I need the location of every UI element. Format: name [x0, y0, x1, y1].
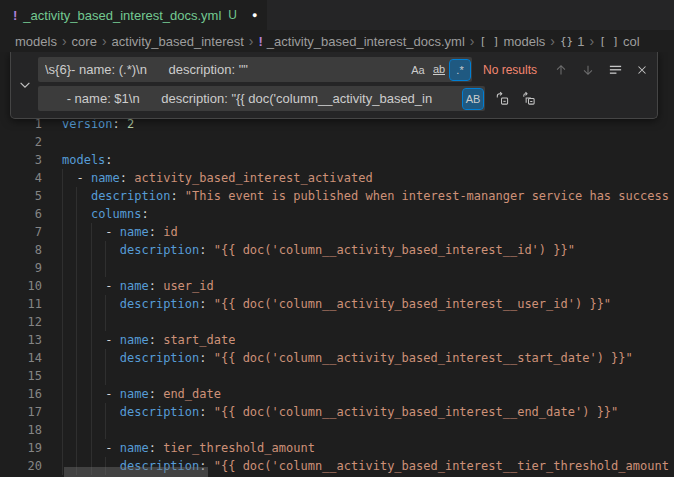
replace-all-button[interactable] [517, 88, 539, 110]
find-in-selection-button[interactable] [604, 59, 626, 81]
modified-dot-icon[interactable]: ● [252, 10, 257, 20]
find-status: No results [483, 63, 545, 77]
breadcrumb-item[interactable]: [ ]col [599, 34, 640, 49]
tab-activity-based-interest-docs[interactable]: ! _activity_based_interest_docs.yml U ● [0, 0, 267, 30]
breadcrumb-item[interactable]: core [72, 34, 97, 49]
code-text [42, 367, 62, 385]
code-text: description: "{{ doc('column__activity_b… [42, 241, 575, 259]
breadcrumb-item[interactable]: models [15, 34, 57, 49]
indent-guide [105, 421, 106, 439]
indent-guide [76, 313, 77, 331]
code-line[interactable]: 7 - name: id [0, 223, 674, 241]
code-text [42, 259, 62, 277]
code-line[interactable]: 19 - name: tier_threshold_amount [0, 439, 674, 457]
indent-guide [105, 313, 106, 331]
close-find-button[interactable] [631, 59, 653, 81]
replace-button[interactable] [490, 88, 512, 110]
token: description [120, 243, 199, 257]
code-text [42, 133, 62, 151]
file-warning-icon: ! [13, 8, 17, 23]
indent-guide [91, 277, 92, 295]
next-match-button[interactable] [577, 59, 599, 81]
code-line[interactable]: 5 description: "This event is published … [0, 187, 674, 205]
token: - [62, 171, 91, 185]
token: description [120, 297, 199, 311]
token: : [113, 117, 127, 131]
horizontal-scrollbar[interactable] [64, 467, 208, 477]
token: description [91, 189, 170, 203]
token: : [199, 405, 213, 419]
find-input[interactable]: \s{6}- name: (.*)\n description: "" Aa a… [38, 57, 472, 82]
code-line[interactable]: 14 description: "{{ doc('column__activit… [0, 349, 674, 367]
code-text: description: "This event is published wh… [42, 187, 669, 205]
breadcrumb-separator-icon: › [62, 34, 67, 48]
indent-guide [62, 223, 63, 241]
code-text: - name: activity_based_interest_activate… [42, 169, 373, 187]
code-line[interactable]: 2 [0, 133, 674, 151]
breadcrumb-item[interactable]: activity_based_interest [112, 34, 244, 49]
breadcrumb-item[interactable]: {}1 [560, 34, 584, 49]
code-line[interactable]: 6 columns: [0, 205, 674, 223]
toggle-replace-button[interactable] [15, 75, 35, 95]
editor[interactable]: 1version: 223models:4 - name: activity_b… [0, 52, 674, 477]
indent-guide [91, 241, 92, 259]
whole-word-button[interactable]: ab [429, 60, 449, 80]
close-icon [635, 63, 649, 77]
code-line[interactable]: 17 description: "{{ doc('column__activit… [0, 403, 674, 421]
code-text: columns: [42, 205, 149, 223]
match-case-button[interactable]: Aa [408, 60, 428, 80]
line-number: 5 [0, 187, 42, 205]
code-line[interactable]: 12 [0, 313, 674, 331]
code-line[interactable]: 13 - name: start_date [0, 331, 674, 349]
token: 2 [127, 117, 134, 131]
breadcrumb-item[interactable]: [ ]models [480, 34, 546, 49]
token: : [199, 351, 213, 365]
replace-input[interactable]: - name: $1\n description: "{{ doc('colum… [38, 86, 485, 111]
indent-guide [76, 421, 77, 439]
token: : [105, 153, 112, 167]
breadcrumb-label: models [503, 34, 545, 49]
code-line[interactable]: 4 - name: activity_based_interest_activa… [0, 169, 674, 187]
breadcrumb-separator-icon: › [102, 34, 107, 48]
indent-guide [62, 295, 63, 313]
token: "{{ doc('column__activity_based_interest… [214, 351, 633, 365]
token: columns [91, 207, 142, 221]
token: description [120, 405, 199, 419]
indent-guide [62, 421, 63, 439]
indent-guide [105, 367, 106, 385]
preserve-case-button[interactable]: AB [463, 89, 483, 109]
code-line[interactable]: 11 description: "{{ doc('column__activit… [0, 295, 674, 313]
tab-title: _activity_based_interest_docs.yml [23, 8, 221, 23]
code-line[interactable]: 3models: [0, 151, 674, 169]
breadcrumb-separator-icon: › [249, 34, 254, 48]
token: "{{ doc('column__activity_based_interest… [214, 459, 669, 473]
arrow-down-icon [581, 63, 595, 77]
line-number: 2 [0, 133, 42, 151]
token: start_date [163, 333, 235, 347]
line-number: 3 [0, 151, 42, 169]
previous-match-button[interactable] [550, 59, 572, 81]
code-line[interactable]: 8 description: "{{ doc('column__activity… [0, 241, 674, 259]
indent-guide [91, 349, 92, 367]
indent-guide [62, 205, 63, 223]
breadcrumb-item[interactable]: !_activity_based_interest_docs.yml [258, 34, 464, 49]
indent-guide [76, 205, 77, 223]
code-line[interactable]: 16 - name: end_date [0, 385, 674, 403]
indent-guide [91, 439, 92, 457]
code-text: models: [42, 151, 113, 169]
token: : [120, 171, 134, 185]
indent-guide [105, 403, 106, 421]
find-query-text: \s{6}- name: (.*)\n description: "" [45, 62, 407, 77]
indent-guide [91, 403, 92, 421]
code-line[interactable]: 18 [0, 421, 674, 439]
line-number: 4 [0, 169, 42, 187]
code-line[interactable]: 15 [0, 367, 674, 385]
indent-guide [91, 367, 92, 385]
line-number: 18 [0, 421, 42, 439]
code-line[interactable]: 10 - name: user_id [0, 277, 674, 295]
code-text: description: "{{ doc('column__activity_b… [42, 403, 618, 421]
indent-guide [76, 259, 77, 277]
breadcrumb: models›core›activity_based_interest›!_ac… [0, 30, 674, 52]
regex-button[interactable]: .* [450, 60, 470, 80]
code-line[interactable]: 9 [0, 259, 674, 277]
